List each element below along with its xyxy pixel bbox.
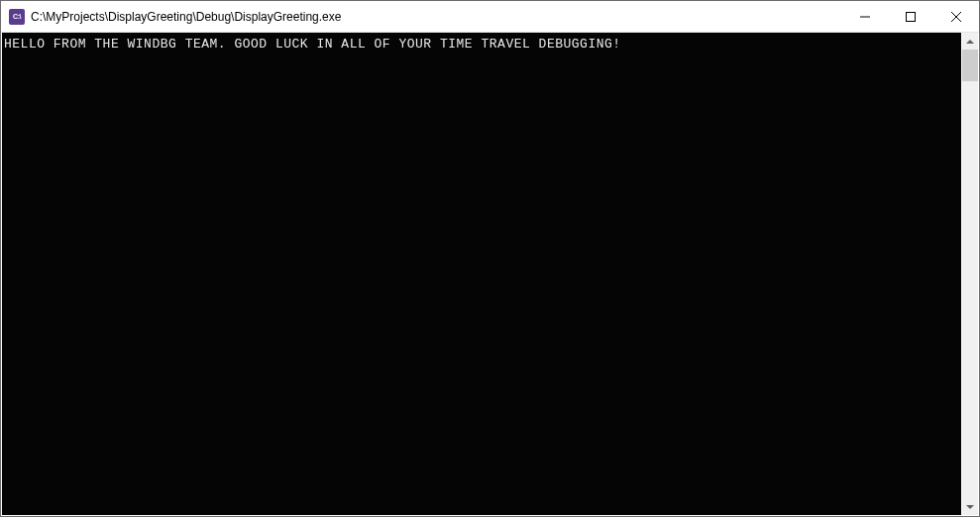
svg-rect-1	[907, 12, 916, 21]
client-area: HELLO FROM THE WINDBG TEAM. GOOD LUCK IN…	[1, 33, 979, 516]
scroll-track[interactable]	[962, 50, 978, 498]
vertical-scrollbar[interactable]	[961, 33, 978, 515]
maximize-button[interactable]	[888, 1, 933, 32]
scroll-down-button[interactable]	[962, 498, 978, 515]
chevron-up-icon	[966, 40, 974, 44]
app-icon: C:\	[9, 9, 25, 25]
close-button[interactable]	[933, 1, 979, 32]
app-icon-label: C:\	[13, 13, 21, 20]
scroll-thumb[interactable]	[962, 50, 978, 81]
scroll-up-button[interactable]	[962, 33, 978, 50]
console-window: C:\ C:\MyProjects\DisplayGreeting\Debug\…	[0, 0, 980, 517]
console-output[interactable]: HELLO FROM THE WINDBG TEAM. GOOD LUCK IN…	[2, 33, 961, 515]
window-controls	[842, 1, 979, 32]
minimize-button[interactable]	[842, 1, 888, 32]
close-icon	[951, 12, 961, 22]
titlebar[interactable]: C:\ C:\MyProjects\DisplayGreeting\Debug\…	[1, 1, 979, 33]
chevron-down-icon	[966, 505, 974, 509]
minimize-icon	[860, 12, 870, 22]
maximize-icon	[906, 12, 916, 22]
window-title: C:\MyProjects\DisplayGreeting\Debug\Disp…	[31, 10, 842, 24]
